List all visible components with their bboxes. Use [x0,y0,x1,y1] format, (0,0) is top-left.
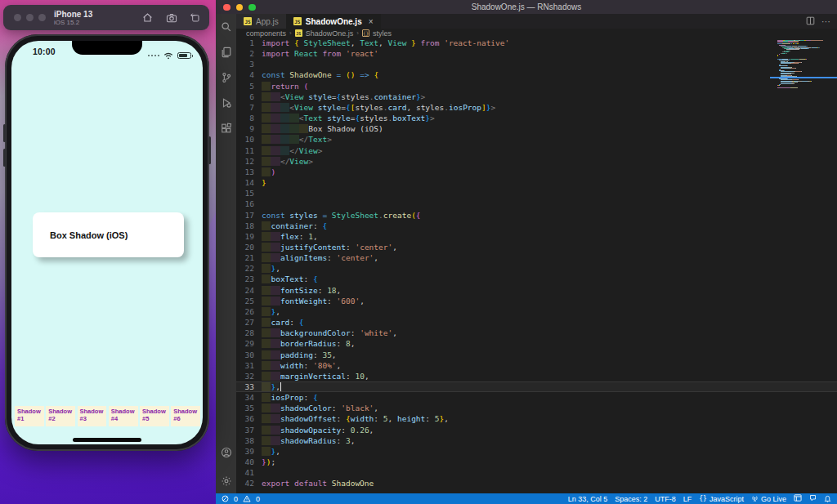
shadow-tab-2[interactable]: Shadow#2 [46,406,75,426]
line-number[interactable]: 1 [236,38,262,48]
line-number[interactable]: 15 [236,188,262,198]
code-line[interactable]: 24 fontSize: 18, [236,285,837,296]
line-number[interactable]: 32 [236,371,262,381]
code-line[interactable]: 27 card: { [236,317,837,328]
shadow-tab-4[interactable]: Shadow#4 [109,406,138,426]
code-line[interactable]: 39 }, [236,446,837,457]
home-indicator[interactable] [73,438,141,442]
breadcrumb-file[interactable]: ShadowOne.js [306,29,354,38]
breadcrumb-symbol[interactable]: styles [373,29,392,38]
shadow-tab-3[interactable]: Shadow#3 [78,406,107,426]
line-number[interactable]: 3 [236,59,262,69]
volume-down-button[interactable] [3,149,6,167]
run-debug-icon[interactable] [220,96,232,109]
home-icon[interactable] [141,11,154,24]
code-editor[interactable]: 1import { StyleSheet, Text, View } from … [236,38,837,493]
breadcrumb-folder[interactable]: components [246,29,286,38]
line-number[interactable]: 39 [236,446,262,457]
code-line[interactable]: 35 shadowColor: 'black', [236,403,837,413]
language-mode[interactable]: {} JavaScript [699,495,744,503]
code-line[interactable]: 21 alignItems: 'center', [236,252,837,263]
line-number[interactable]: 33 [236,381,262,392]
tab-shadowone-js[interactable]: JS ShadowOne.js × [286,14,381,29]
code-line[interactable]: 18 container: { [236,221,837,231]
line-number[interactable]: 8 [236,113,262,123]
eol-setting[interactable]: LF [683,495,692,503]
line-number[interactable]: 36 [236,413,262,424]
line-number[interactable]: 30 [236,350,262,360]
search-icon[interactable] [220,20,232,33]
shadow-tab-1[interactable]: Shadow#1 [15,406,44,426]
settings-gear-icon[interactable] [220,475,232,487]
power-button[interactable] [208,136,211,164]
code-line[interactable]: 16 [236,198,837,209]
line-number[interactable]: 27 [236,317,262,328]
line-number[interactable]: 38 [236,435,262,446]
vscode-titlebar[interactable]: ShadowOne.js — RNshadows [216,0,837,14]
explorer-files-icon[interactable] [220,46,232,58]
line-number[interactable]: 34 [236,392,262,403]
code-line[interactable]: 6 <View style={styles.container}> [236,91,837,102]
code-line[interactable]: 23 boxText: { [236,274,837,284]
indentation-setting[interactable]: Spaces: 2 [615,495,647,503]
code-line[interactable]: 10 </Text> [236,134,837,145]
notifications-bell-icon[interactable] [824,494,831,504]
problems-indicator[interactable]: 0 0 [222,495,260,503]
line-number[interactable]: 41 [236,467,262,478]
code-line[interactable]: 9 Box Shadow (iOS) [236,123,837,134]
account-icon[interactable] [220,446,232,458]
code-line[interactable]: 34 iosProp: { [236,392,837,403]
line-number[interactable]: 18 [236,221,262,231]
line-number[interactable]: 13 [236,167,262,177]
line-number[interactable]: 19 [236,231,262,242]
line-number[interactable]: 17 [236,210,262,221]
line-number[interactable]: 21 [236,252,262,263]
code-line[interactable]: 17const styles = StyleSheet.create({ [236,210,837,221]
code-line[interactable]: 37 shadowOpacity: 0.26, [236,425,837,435]
code-line[interactable]: 30 padding: 35, [236,350,837,360]
extensions-icon[interactable] [220,122,232,134]
cursor-position[interactable]: Ln 33, Col 5 [568,495,608,503]
window-zoom-button[interactable] [248,4,256,11]
line-number[interactable]: 6 [236,91,262,102]
source-control-icon[interactable] [220,71,232,83]
feedback-icon[interactable] [809,494,817,503]
code-line[interactable]: 11 </View> [236,145,837,156]
simulator-window-controls[interactable] [14,14,46,21]
code-line[interactable]: 19 flex: 1, [236,231,837,242]
line-number[interactable]: 11 [236,145,262,156]
window-close-button[interactable] [14,14,21,21]
go-live-button[interactable]: Go Live [751,495,786,503]
tab-app-js[interactable]: JS App.js [236,14,286,29]
line-number[interactable]: 4 [236,69,262,80]
line-number[interactable]: 5 [236,81,262,91]
volume-up-button[interactable] [3,124,6,142]
shadow-tab-5[interactable]: Shadow#5 [140,406,169,426]
minimap[interactable] [775,38,830,493]
line-number[interactable]: 31 [236,360,262,371]
line-number[interactable]: 28 [236,328,262,338]
code-line[interactable]: 2import React from 'react' [236,48,837,59]
line-number[interactable]: 37 [236,425,262,435]
code-line[interactable]: 42export default ShadowOne [236,478,837,488]
code-line[interactable]: 15 [236,188,837,198]
split-editor-icon[interactable] [806,14,815,29]
window-close-button[interactable] [223,4,231,11]
line-number[interactable]: 22 [236,263,262,274]
code-line[interactable]: 26 }, [236,306,837,317]
code-line[interactable]: 12 </View> [236,156,837,167]
code-line[interactable]: 3 [236,59,837,69]
code-line[interactable]: 31 width: '80%', [236,360,837,371]
screenshot-camera-icon[interactable] [165,11,177,24]
line-number[interactable]: 9 [236,123,262,134]
rotate-device-icon[interactable] [189,11,201,24]
line-number[interactable]: 7 [236,102,262,113]
line-number[interactable]: 35 [236,403,262,413]
line-number[interactable]: 40 [236,457,262,467]
line-number[interactable]: 23 [236,274,262,284]
code-line[interactable]: 28 backgroundColor: 'white', [236,328,837,338]
browser-preview-icon[interactable] [794,494,802,503]
code-line[interactable]: 5 return ( [236,81,837,91]
code-line[interactable]: 38 shadowRadius: 3, [236,435,837,446]
window-minimize-button[interactable] [236,4,244,11]
